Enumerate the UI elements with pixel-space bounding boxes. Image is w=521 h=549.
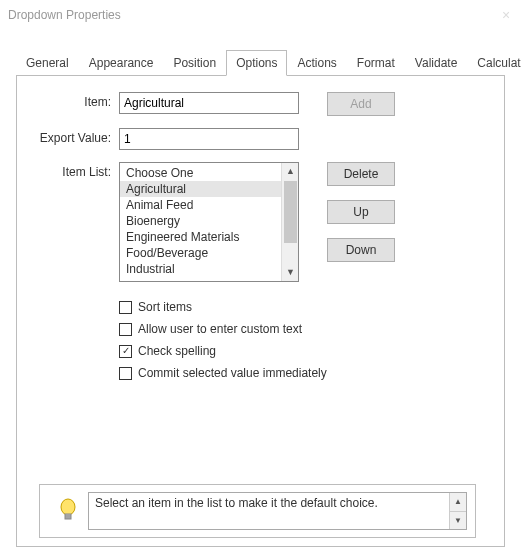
list-item[interactable]: Industrial bbox=[120, 261, 282, 277]
list-item[interactable]: Bioenergy bbox=[120, 213, 282, 229]
hint-text: Select an item in the list to make it th… bbox=[89, 493, 449, 529]
titlebar: Dropdown Properties × bbox=[0, 0, 521, 30]
export-value-label: Export Value: bbox=[33, 128, 119, 145]
window-title: Dropdown Properties bbox=[8, 8, 121, 22]
tab-actions[interactable]: Actions bbox=[287, 50, 346, 75]
tab-bar: GeneralAppearancePositionOptionsActionsF… bbox=[16, 50, 521, 75]
up-button[interactable]: Up bbox=[327, 200, 395, 224]
hint-box: Select an item in the list to make it th… bbox=[39, 484, 476, 538]
tab-options[interactable]: Options bbox=[226, 50, 287, 76]
item-list-label: Item List: bbox=[33, 162, 119, 179]
tab-calculate[interactable]: Calculate bbox=[467, 50, 521, 75]
down-button[interactable]: Down bbox=[327, 238, 395, 262]
list-scrollbar[interactable]: ▲ ▼ bbox=[281, 163, 298, 281]
allow-custom-label: Allow user to enter custom text bbox=[138, 322, 302, 336]
spin-down-icon[interactable]: ▼ bbox=[450, 511, 466, 530]
hint-text-box: Select an item in the list to make it th… bbox=[88, 492, 467, 530]
sort-items-label: Sort items bbox=[138, 300, 192, 314]
tab-general[interactable]: General bbox=[16, 50, 79, 75]
commit-immediate-checkbox[interactable] bbox=[119, 367, 132, 380]
hint-spinner[interactable]: ▲ ▼ bbox=[449, 493, 466, 529]
delete-button[interactable]: Delete bbox=[327, 162, 395, 186]
sort-items-checkbox[interactable] bbox=[119, 301, 132, 314]
list-item[interactable]: Animal Feed bbox=[120, 197, 282, 213]
item-label: Item: bbox=[33, 92, 119, 109]
svg-point-0 bbox=[61, 499, 75, 515]
export-value-input[interactable] bbox=[119, 128, 299, 150]
options-panel: Item: Add Export Value: Item List: Choos… bbox=[16, 75, 505, 547]
spin-up-icon[interactable]: ▲ bbox=[450, 493, 466, 511]
list-item[interactable]: Agricultural bbox=[120, 181, 282, 197]
lightbulb-icon bbox=[48, 498, 88, 524]
tab-position[interactable]: Position bbox=[163, 50, 226, 75]
allow-custom-checkbox[interactable] bbox=[119, 323, 132, 336]
list-item[interactable]: Engineered Materials bbox=[120, 229, 282, 245]
list-item[interactable]: Food/Beverage bbox=[120, 245, 282, 261]
add-button[interactable]: Add bbox=[327, 92, 395, 116]
scroll-up-icon[interactable]: ▲ bbox=[282, 163, 299, 180]
check-spelling-checkbox[interactable]: ✓ bbox=[119, 345, 132, 358]
check-spelling-label: Check spelling bbox=[138, 344, 216, 358]
scroll-thumb[interactable] bbox=[284, 181, 297, 243]
tab-validate[interactable]: Validate bbox=[405, 50, 467, 75]
item-input[interactable] bbox=[119, 92, 299, 114]
list-item[interactable]: Choose One bbox=[120, 165, 282, 181]
tab-appearance[interactable]: Appearance bbox=[79, 50, 164, 75]
item-list-box[interactable]: Choose OneAgriculturalAnimal FeedBioener… bbox=[119, 162, 299, 282]
tab-format[interactable]: Format bbox=[347, 50, 405, 75]
close-icon[interactable]: × bbox=[497, 6, 515, 24]
commit-immediate-label: Commit selected value immediately bbox=[138, 366, 327, 380]
scroll-down-icon[interactable]: ▼ bbox=[282, 264, 299, 281]
